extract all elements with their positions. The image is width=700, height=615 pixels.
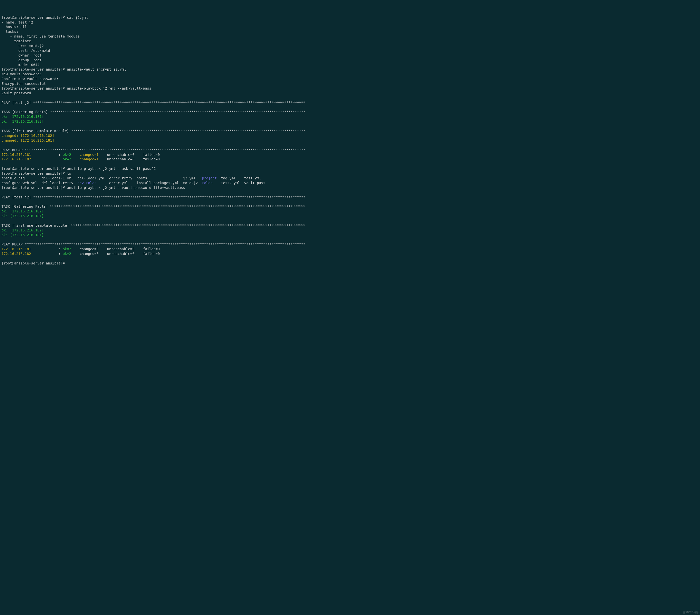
task-header: TASK [first use template module] — [1, 129, 71, 133]
divider: ****************************************… — [50, 110, 305, 114]
divider: ****************************************… — [33, 101, 305, 105]
ls-file: motd.j2 — [183, 181, 202, 185]
task-result-ok: ok: [172.16.216.182] — [1, 228, 44, 232]
vault-prompt: Confirm New Vault password: — [1, 77, 61, 81]
divider: ****************************************… — [33, 195, 305, 199]
command: ansible-playbook j2.yml --ask-vault-pass — [67, 86, 151, 90]
divider: ****************************************… — [25, 242, 305, 246]
recap-rest: unreachable=0 failed=0 — [107, 157, 166, 161]
terminal-output: [root@ansible-server ansible]# cat j2.ym… — [1, 15, 699, 266]
recap-host: 172.16.216.181 — [1, 247, 59, 251]
ls-file: error.retry — [109, 176, 137, 180]
ls-file: tag.yml — [217, 176, 244, 180]
task-header: TASK [Gathering Facts] — [1, 204, 50, 208]
recap-changed: changed=0 — [79, 252, 105, 256]
play-header: PLAY [test j2] — [1, 195, 33, 199]
prompt: [root@ansible-server ansible]# — [1, 185, 65, 190]
task-header: TASK [Gathering Facts] — [1, 110, 50, 114]
prompt: [root@ansible-server ansible]# — [1, 167, 65, 171]
recap-host: 172.16.216.182 — [1, 157, 59, 161]
command: ls — [67, 171, 71, 175]
prompt: [root@ansible-server ansible]# — [1, 86, 65, 90]
ls-file: ansible.cfg — [1, 176, 41, 180]
task-result-ok: ok: [172.16.216.182] — [1, 119, 44, 123]
recap-colon: : — [59, 157, 63, 161]
divider: ****************************************… — [71, 223, 305, 228]
ls-dir: dev-roles — [77, 181, 96, 185]
command-cancelled: ansible-playbook j2.yml --ask-vault-pass… — [67, 167, 155, 171]
ls-dir: roles — [202, 181, 213, 185]
recap-host: 172.16.216.181 — [1, 153, 59, 157]
yml-line: template: — [1, 39, 33, 43]
prompt: [root@ansible-server ansible]# — [1, 67, 65, 71]
recap-changed: changed=0 — [79, 247, 105, 251]
vault-prompt: Vault password: — [1, 91, 35, 95]
recap-ok: ok=2 — [63, 247, 77, 251]
recap-header: PLAY RECAP — [1, 148, 25, 152]
recap-ok: ok=2 — [63, 252, 77, 256]
yml-line: owner: root — [1, 53, 41, 57]
ls-file: del-local.yml — [77, 176, 109, 180]
recap-ok: ok=2 — [63, 157, 77, 161]
task-result-changed: changed: [172.16.216.181] — [1, 138, 54, 142]
task-result-ok: ok: [172.16.216.181] — [1, 214, 44, 218]
command: ansible-vault encrypt j2.yml — [67, 67, 126, 71]
recap-colon: : — [59, 153, 63, 157]
ls-file: install_packages.yml — [136, 181, 183, 185]
recap-colon: : — [59, 252, 63, 256]
yml-line: src: motd.j2 — [1, 44, 44, 48]
yml-line: - name: first use template module — [1, 34, 79, 38]
task-header: TASK [first use template module] — [1, 223, 71, 228]
ls-file: j2.yml — [183, 176, 202, 180]
ls-file: test2.yml — [213, 181, 244, 185]
recap-rest: unreachable=0 failed=0 — [107, 247, 166, 251]
ls-file: hosts — [136, 176, 183, 180]
ls-dir: project — [202, 176, 217, 180]
ls-file: vault.pass — [244, 181, 265, 185]
ls-file: test.yml — [244, 176, 261, 180]
recap-colon: : — [59, 247, 63, 251]
divider: ****************************************… — [71, 129, 305, 133]
recap-rest: unreachable=0 failed=0 — [107, 252, 166, 256]
command: cat j2.yml — [67, 15, 88, 20]
yml-line: mode: 0644 — [1, 63, 40, 67]
task-result-ok: ok: [172.16.216.181] — [1, 115, 44, 119]
yml-line: tasks: — [1, 29, 18, 34]
yml-line: dest: /etc/motd — [1, 49, 50, 53]
ls-file: configure_web.yml — [1, 181, 41, 185]
recap-changed: changed=1 — [79, 153, 105, 157]
vault-prompt: New Vault password: — [1, 72, 44, 76]
divider: ****************************************… — [50, 204, 305, 208]
yml-line: hosts: all — [1, 25, 27, 29]
prompt[interactable]: [root@ansible-server ansible]# — [1, 261, 65, 265]
recap-rest: unreachable=0 failed=0 — [107, 153, 166, 157]
vault-result: Encryption successful — [1, 81, 46, 86]
task-result-changed: changed: [172.16.216.182] — [1, 133, 54, 138]
prompt: [root@ansible-server ansible]# — [1, 15, 65, 20]
ls-file: del-local.retry — [41, 181, 77, 185]
play-header: PLAY [test j2] — [1, 101, 33, 105]
yml-line: group: root — [1, 58, 41, 62]
recap-host: 172.16.216.182 — [1, 252, 59, 256]
task-result-ok: ok: [172.16.216.181] — [1, 233, 44, 237]
divider: ****************************************… — [25, 148, 305, 152]
recap-changed: changed=1 — [79, 157, 105, 161]
prompt: [root@ansible-server ansible]# — [1, 171, 65, 175]
recap-ok: ok=2 — [63, 153, 77, 157]
yml-line: - name: test j2 — [1, 20, 33, 24]
ls-file: del-local-1.yml — [41, 176, 77, 180]
command: ansible-playbook j2.yml --vault-password… — [67, 185, 185, 190]
ls-file: error.yml — [96, 181, 136, 185]
recap-header: PLAY RECAP — [1, 242, 25, 246]
task-result-ok: ok: [172.16.216.182] — [1, 209, 44, 213]
